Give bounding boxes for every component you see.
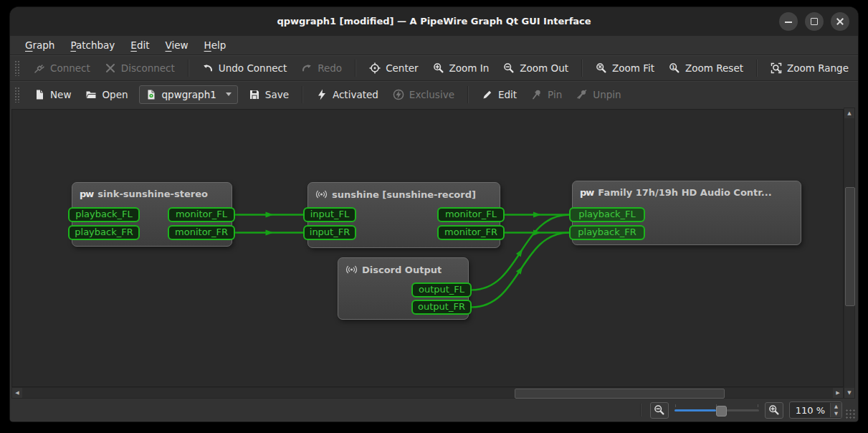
connect-button[interactable]: Connect	[27, 58, 97, 78]
open-button[interactable]: Open	[79, 85, 134, 105]
menu-patchbay[interactable]: Patchbay	[62, 37, 123, 53]
button-label: Edit	[498, 89, 517, 100]
vertical-scroll-thumb[interactable]	[845, 187, 855, 306]
maximize-icon	[805, 12, 824, 31]
toolbar-grip[interactable]	[14, 60, 20, 76]
button-label: Center	[386, 62, 418, 74]
button-label: Save	[265, 89, 289, 100]
disconnect-button[interactable]: Disconnect	[98, 58, 181, 78]
zoom-out-button[interactable]	[650, 402, 669, 419]
scroll-down-button[interactable]: ▼	[844, 388, 854, 398]
scroll-left-button[interactable]: ◀	[12, 388, 22, 398]
graph-viewport[interactable]: pwsink-sunshine-stereoplayback_FLplaybac…	[11, 109, 844, 387]
menu-view[interactable]: View	[158, 37, 196, 53]
pin-icon	[531, 89, 543, 100]
pin-button[interactable]: Pin	[525, 85, 568, 105]
exclusive-icon	[393, 89, 404, 100]
zoom-slider-handle[interactable]	[716, 406, 727, 417]
port-sink-sunshine-stereo-monitor_FL[interactable]: monitor_FL	[168, 207, 235, 222]
port-discord-output-output_FR[interactable]: output_FR	[411, 300, 472, 315]
toolbar-grip[interactable]	[14, 87, 20, 103]
toolbar-separator	[581, 60, 583, 77]
port-sunshine-monitor_FL[interactable]: monitor_FL	[437, 207, 505, 222]
stream-icon	[345, 264, 358, 275]
pipewire-icon: pw	[580, 188, 593, 197]
new-button[interactable]: New	[27, 85, 77, 105]
disconnect-icon	[105, 62, 116, 74]
zoom-out-button[interactable]: Zoom Out	[497, 58, 575, 78]
port-family-hd-audio-playback_FR[interactable]: playback_FR	[569, 225, 645, 240]
menu-graph[interactable]: Graph	[17, 37, 62, 53]
port-sunshine-monitor_FR[interactable]: monitor_FR	[437, 225, 505, 240]
desktop: qpwgraph1 [modified] — A PipeWire Graph …	[0, 0, 868, 433]
zoom-in-button[interactable]: Zoom In	[426, 58, 496, 78]
stream-icon	[315, 189, 328, 200]
zoom-in-icon	[433, 62, 444, 74]
port-family-hd-audio-playback_FL[interactable]: playback_FL	[569, 207, 645, 222]
stream-icon	[345, 264, 358, 275]
zoom-value: 110 %	[790, 405, 830, 416]
node-title: Discord Output	[362, 265, 442, 275]
redo-button[interactable]: Redo	[295, 58, 348, 78]
center-icon	[369, 62, 381, 74]
center-button[interactable]: Center	[363, 58, 424, 78]
zoom-spinbox[interactable]: 110 % ▲ ▼	[789, 401, 842, 419]
exclusive-button[interactable]: Exclusive	[386, 85, 461, 105]
unpin-button[interactable]: Unpin	[570, 85, 627, 105]
zoom-range-button[interactable]: Zoom Range	[764, 58, 855, 78]
patchbay-selector-combobox[interactable]: qpwgraph1	[139, 85, 238, 104]
vertical-scrollbar[interactable]: ▲ ▼	[844, 108, 855, 399]
zoom-reset-button[interactable]: 1Zoom Reset	[662, 58, 750, 78]
port-sink-sunshine-stereo-playback_FL[interactable]: playback_FL	[68, 207, 140, 222]
port-sink-sunshine-stereo-playback_FR[interactable]: playback_FR	[68, 225, 140, 240]
connection-wires[interactable]	[12, 110, 844, 387]
titlebar[interactable]: qpwgraph1 [modified] — A PipeWire Graph …	[10, 7, 858, 36]
button-label: Activated	[333, 89, 378, 100]
window-resize-grip[interactable]	[844, 408, 856, 419]
undo-connect-button[interactable]: Undo Connect	[196, 58, 293, 78]
button-label: Zoom Out	[520, 62, 568, 74]
zoom-fit-button[interactable]: Zoom Fit	[589, 58, 661, 78]
zoom-reset-icon: 1	[669, 62, 680, 74]
stream-icon	[315, 189, 328, 200]
svg-text:1: 1	[672, 64, 675, 70]
node-header: Discord Output	[338, 258, 468, 275]
button-label: Disconnect	[121, 62, 175, 74]
activated-button[interactable]: Activated	[310, 85, 385, 105]
scroll-up-button[interactable]: ▲	[844, 108, 854, 118]
canvas-region: pwsink-sunshine-stereoplayback_FLplaybac…	[10, 108, 858, 399]
port-discord-output-output_FL[interactable]: output_FL	[411, 282, 472, 298]
pipewire-icon: pw	[80, 189, 93, 199]
zoom-spin-up-button[interactable]: ▲	[831, 403, 841, 410]
maximize-button[interactable]	[805, 12, 824, 31]
horizontal-scrollbar[interactable]: ◀ ▶	[11, 387, 844, 399]
toolbar-separator	[756, 60, 758, 77]
zoom-in-button[interactable]	[765, 402, 783, 419]
scroll-right-button[interactable]: ▶	[833, 388, 843, 398]
minimize-button[interactable]	[779, 12, 798, 31]
button-label: Exclusive	[409, 89, 454, 100]
edit-button[interactable]: Edit	[475, 85, 523, 105]
save-button[interactable]: Save	[242, 85, 295, 105]
patchbay-file-icon	[146, 89, 157, 100]
port-sink-sunshine-stereo-monitor_FR[interactable]: monitor_FR	[168, 225, 235, 240]
statusbar-separator	[640, 404, 642, 417]
window-controls	[779, 12, 849, 31]
toolbar-separator	[355, 60, 356, 77]
button-label: Zoom In	[449, 62, 490, 74]
zoom-slider-empty-track	[726, 409, 759, 411]
horizontal-scroll-thumb[interactable]	[515, 389, 725, 399]
port-sunshine-input_FR[interactable]: input_FR	[303, 225, 356, 240]
edit-icon	[482, 89, 493, 100]
toolbar-patchbay: NewOpenqpwgraph1SaveActivatedExclusiveEd…	[10, 81, 858, 108]
menu-help[interactable]: Help	[196, 37, 234, 53]
port-sunshine-input_FL[interactable]: input_FL	[303, 207, 356, 222]
zoom-out-icon	[503, 62, 515, 74]
menu-edit[interactable]: Edit	[123, 37, 157, 53]
zoom-slider[interactable]	[674, 403, 759, 417]
close-button[interactable]	[831, 12, 849, 31]
button-label: Zoom Reset	[685, 62, 743, 74]
qpwgraph-window: qpwgraph1 [modified] — A PipeWire Graph …	[10, 7, 858, 422]
zoom-spin-down-button[interactable]: ▼	[831, 410, 841, 417]
button-label: Connect	[50, 62, 90, 74]
